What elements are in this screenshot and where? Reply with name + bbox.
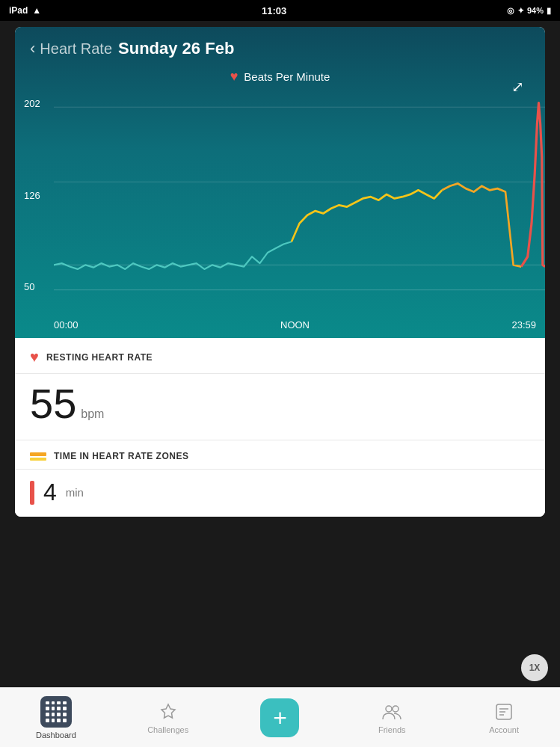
- status-right: ◎ ✦ 94% ▮: [507, 6, 551, 16]
- zones-stat-row: 4 min: [15, 470, 545, 517]
- x-label-end: 23:59: [511, 319, 536, 331]
- back-button[interactable]: ‹: [30, 40, 35, 57]
- header-date: Sunday 26 Feb: [118, 39, 234, 58]
- resting-unit: bpm: [81, 408, 104, 421]
- header-subtitle: Heart Rate: [40, 40, 112, 58]
- chart-legend: ♥ Beats Per Minute: [15, 66, 545, 90]
- nav-label-friends: Friends: [378, 725, 406, 734]
- ipad-label: iPad: [9, 5, 28, 16]
- chart-container: 202 126 50: [15, 90, 545, 315]
- status-bar: iPad ▲ 11:03 ◎ ✦ 94% ▮: [0, 0, 560, 21]
- nav-label-account: Account: [489, 725, 519, 734]
- chart-svg-wrap: [54, 90, 545, 315]
- resting-value: 55: [30, 383, 76, 425]
- chart-header: ‹ Heart Rate Sunday 26 Feb: [15, 27, 545, 66]
- zones-unit: min: [66, 486, 84, 499]
- friends-icon: [381, 701, 402, 722]
- nav-item-challenges[interactable]: Challenges: [112, 701, 224, 734]
- zones-title: TIME IN HEART RATE ZONES: [54, 451, 188, 461]
- svg-point-4: [386, 706, 392, 712]
- header-text: Heart Rate Sunday 26 Feb: [40, 39, 234, 58]
- bluetooth-icon: ✦: [517, 6, 524, 16]
- y-label-mid: 126: [24, 190, 40, 201]
- y-label-bot: 50: [24, 281, 40, 292]
- status-left: iPad ▲: [9, 5, 41, 16]
- x-axis: 00:00 NOON 23:59: [15, 315, 545, 338]
- x-label-mid: NOON: [280, 319, 310, 331]
- zones-icon: [30, 452, 46, 461]
- legend-label: Beats Per Minute: [244, 70, 330, 83]
- wifi-icon: ▲: [32, 5, 41, 16]
- nav-item-dashboard[interactable]: Dashboard: [0, 696, 112, 740]
- content-section: ♥ RESTING HEART RATE 55 bpm TIME IN HEAR…: [15, 338, 545, 517]
- battery-icon: ▮: [547, 6, 551, 16]
- challenges-icon: [158, 701, 179, 722]
- zone-color-bar: [30, 481, 34, 505]
- resting-title: RESTING HEART RATE: [46, 352, 153, 363]
- nav-label-dashboard: Dashboard: [36, 731, 76, 740]
- main-card: ‹ Heart Rate Sunday 26 Feb ♥ Beats Per M…: [15, 27, 545, 517]
- account-icon: [493, 701, 514, 722]
- nav-item-add[interactable]: +: [224, 698, 336, 737]
- y-label-top: 202: [24, 98, 40, 109]
- zone-bar-yellow: [30, 458, 46, 461]
- add-icon[interactable]: +: [260, 698, 299, 737]
- heart-icon: ♥: [230, 69, 239, 84]
- y-axis: 202 126 50: [24, 90, 40, 315]
- zoom-badge[interactable]: 1X: [521, 654, 548, 681]
- zones-header: TIME IN HEART RATE ZONES: [15, 440, 545, 470]
- bottom-nav: Dashboard Challenges + Friends: [0, 687, 560, 747]
- resting-stat-row: 55 bpm: [15, 374, 545, 440]
- zone-bar-orange: [30, 452, 46, 456]
- nav-label-challenges: Challenges: [147, 725, 188, 734]
- resting-heart-icon: ♥: [30, 348, 39, 366]
- dashboard-icon: [40, 696, 72, 728]
- battery-label: 94%: [527, 6, 544, 15]
- x-label-start: 00:00: [54, 319, 79, 331]
- zones-value: 4: [43, 479, 57, 506]
- chart-section: ‹ Heart Rate Sunday 26 Feb ♥ Beats Per M…: [15, 27, 545, 338]
- status-time: 11:03: [262, 5, 286, 16]
- heart-rate-chart: [54, 90, 545, 315]
- nav-item-account[interactable]: Account: [448, 701, 560, 734]
- nav-item-friends[interactable]: Friends: [336, 701, 448, 734]
- svg-point-5: [393, 706, 399, 712]
- resting-heart-rate-header: ♥ RESTING HEART RATE: [15, 338, 545, 374]
- location-icon: ◎: [507, 6, 514, 16]
